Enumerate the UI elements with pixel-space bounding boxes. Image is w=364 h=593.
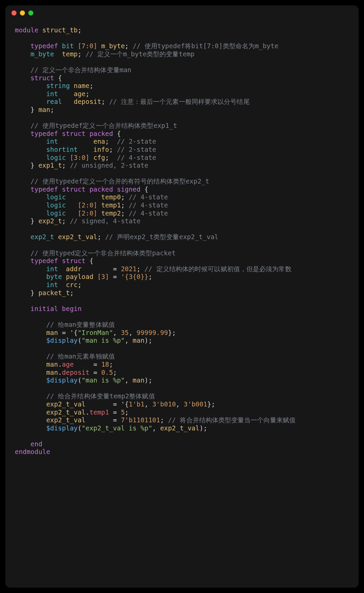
punct: ; (105, 154, 109, 162)
punct: ; (50, 106, 54, 114)
kw-packed: packed (89, 186, 113, 193)
punct: ; (148, 273, 152, 281)
kw-typedef: typedef (31, 130, 58, 138)
comment: // 4-state (129, 193, 168, 201)
field-name: age (74, 90, 86, 98)
brace: } (31, 106, 35, 114)
arg: man (133, 376, 145, 384)
brace: }; (207, 400, 215, 408)
comment: // 将合并结构体类型变量当一个向量来赋值 (168, 416, 296, 424)
string: "man is %p" (82, 337, 125, 344)
bit-range: [7:0] (78, 42, 97, 50)
op: = (113, 265, 117, 273)
comment: // 注意：最后一个元素一般同样要求以分号结尾 (109, 98, 250, 106)
dim: [3] (97, 273, 109, 281)
type: logic (46, 209, 66, 217)
comment: // 定义一个非合并结构体变量man (31, 66, 131, 74)
brace: { (89, 257, 93, 265)
num: 3'b001 (184, 400, 207, 408)
kw-typedef: typedef (31, 186, 58, 193)
comment: // 给man变量整体赋值 (46, 321, 115, 329)
type: logic (46, 154, 66, 162)
punct: ; (121, 193, 125, 201)
typedef-name: packet_t (38, 289, 70, 297)
range: [2:0] (78, 209, 97, 217)
num: 0.5 (101, 369, 113, 376)
field-name: ena (93, 138, 105, 145)
var-name: man (38, 106, 50, 114)
comment: // 2-state (117, 138, 156, 145)
punct: ; (86, 90, 90, 98)
comment: // 4-state (129, 201, 168, 209)
kw-typedef: typedef (31, 257, 58, 265)
close-icon[interactable] (11, 10, 17, 16)
field: temp1 (89, 408, 109, 416)
zoom-icon[interactable] (28, 10, 33, 16)
op: = (93, 361, 97, 368)
kw-struct: struct (62, 130, 86, 138)
punct: , (125, 376, 129, 384)
range: [3:0] (70, 154, 89, 162)
punct: ; (109, 146, 113, 153)
num: '{3{0}} (121, 273, 149, 281)
comment: // 给man元素单独赋值 (46, 352, 115, 360)
punct: ; (70, 289, 74, 297)
punct: ; (101, 98, 105, 106)
arg: man (133, 337, 145, 344)
punct: ; (62, 217, 66, 225)
brace: { (58, 74, 62, 82)
comment: // unsigned, 2-state (70, 162, 148, 169)
comment: // 使用typedef将bit[7:0]类型命名为m_byte (133, 42, 278, 50)
punct: . (86, 408, 90, 416)
punct: , (125, 337, 129, 344)
field-name: info (93, 146, 109, 153)
punct: ; (89, 82, 93, 90)
brace: } (31, 162, 35, 169)
num: 18 (101, 361, 109, 368)
fn-display: $display (46, 376, 78, 384)
num: 1'b1 (129, 400, 145, 408)
op: = (62, 329, 66, 337)
type: exp2_t (31, 233, 54, 241)
typedef-name: exp2_t (38, 217, 62, 225)
num: 35 (121, 329, 129, 337)
comment: // 使用typedef定义一个合并结构体类型exp1_t (31, 122, 177, 130)
punct: ; (105, 138, 109, 145)
num: 5 (121, 408, 125, 416)
var-name: exp2_t_val (46, 416, 86, 424)
punct: ; (62, 162, 66, 169)
punct: ; (113, 369, 117, 376)
kw-initial: initial (31, 305, 58, 313)
string: "IronMan" (78, 329, 113, 337)
type: shortint (46, 146, 78, 153)
comment: // signed, 4-state (70, 217, 141, 225)
field-name: cfg (93, 154, 105, 162)
kw-signed: signed (117, 186, 141, 193)
punct: . (58, 361, 62, 368)
field-name: name (74, 82, 90, 90)
punct: ); (145, 376, 152, 384)
kw-endmodule: endmodule (15, 448, 50, 456)
punct: ; (121, 201, 125, 209)
arg: exp2_t_val (160, 424, 200, 432)
punct: , (176, 400, 180, 408)
type: string (46, 82, 70, 90)
type: int (46, 90, 58, 98)
var-name: exp2_t_val (46, 408, 86, 416)
comment: // 定义一个m_byte类型的变量temp (86, 50, 194, 58)
type: logic (46, 193, 66, 201)
minimize-icon[interactable] (20, 10, 25, 16)
kw-struct: struct (31, 74, 54, 82)
punct: , (129, 329, 133, 337)
type: int (46, 281, 58, 289)
field-name: temp2 (101, 209, 121, 217)
var-name: man (46, 361, 58, 368)
punct: ; (125, 42, 129, 50)
punct: , (152, 424, 156, 432)
num: 99999.99 (136, 329, 168, 337)
kw-packed: packed (89, 130, 113, 138)
punct: ); (200, 424, 207, 432)
fn-display: $display (46, 337, 78, 344)
punct: ); (145, 337, 152, 344)
type: byte (46, 273, 62, 281)
